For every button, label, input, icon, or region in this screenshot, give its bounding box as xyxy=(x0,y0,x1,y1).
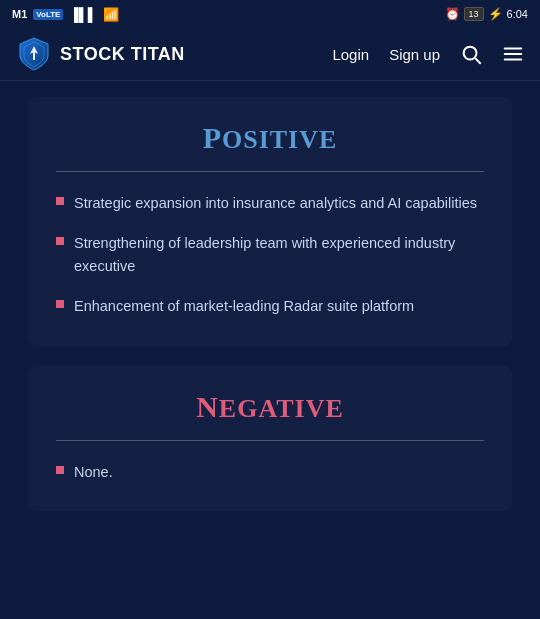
login-link[interactable]: Login xyxy=(332,46,369,63)
time-display: 6:04 xyxy=(507,8,528,20)
logo-text: STOCK TITAN xyxy=(60,44,185,65)
list-item: Strengthening of leadership team with ex… xyxy=(56,232,484,277)
bullet-text: Enhancement of market-leading Radar suit… xyxy=(74,295,414,317)
positive-title: POSITIVE xyxy=(56,121,484,155)
logo-container: STOCK TITAN xyxy=(16,36,320,72)
bullet-icon xyxy=(56,237,64,245)
bullet-icon xyxy=(56,466,64,474)
signal-icon: ▐▌▌ xyxy=(69,7,97,22)
positive-section: POSITIVE Strategic expansion into insura… xyxy=(28,97,512,346)
svg-line-3 xyxy=(475,58,480,63)
positive-cap-letter: P xyxy=(203,121,222,154)
battery-level: 13 xyxy=(464,7,484,21)
positive-divider xyxy=(56,171,484,172)
main-content: POSITIVE Strategic expansion into insura… xyxy=(0,81,540,511)
wifi-icon: 📶 xyxy=(103,7,119,22)
bullet-icon xyxy=(56,197,64,205)
positive-rest-title: OSITIVE xyxy=(222,125,337,154)
negative-divider xyxy=(56,440,484,441)
status-bar: M1 VoLTE ▐▌▌ 📶 ⏰ 13 ⚡ 6:04 xyxy=(0,0,540,28)
negative-section: NEGATIVE None. xyxy=(28,366,512,511)
bullet-text: None. xyxy=(74,461,113,483)
search-icon[interactable] xyxy=(460,43,482,65)
negative-rest-title: EGATIVE xyxy=(219,394,344,423)
bullet-icon xyxy=(56,300,64,308)
negative-cap-letter: N xyxy=(196,390,219,423)
list-item: Strategic expansion into insurance analy… xyxy=(56,192,484,214)
signup-link[interactable]: Sign up xyxy=(389,46,440,63)
carrier-text: M1 xyxy=(12,8,27,20)
alarm-icon: ⏰ xyxy=(445,7,460,21)
negative-bullet-list: None. xyxy=(56,461,484,483)
status-right: ⏰ 13 ⚡ 6:04 xyxy=(445,7,528,21)
logo-icon xyxy=(16,36,52,72)
charging-icon: ⚡ xyxy=(488,7,503,21)
volte-badge: VoLTE xyxy=(33,9,63,20)
bullet-text: Strategic expansion into insurance analy… xyxy=(74,192,477,214)
list-item: Enhancement of market-leading Radar suit… xyxy=(56,295,484,317)
nav-links: Login Sign up xyxy=(332,43,524,65)
header: STOCK TITAN Login Sign up xyxy=(0,28,540,81)
negative-title: NEGATIVE xyxy=(56,390,484,424)
status-left: M1 VoLTE ▐▌▌ 📶 xyxy=(12,7,119,22)
list-item: None. xyxy=(56,461,484,483)
bullet-text: Strengthening of leadership team with ex… xyxy=(74,232,484,277)
menu-icon[interactable] xyxy=(502,43,524,65)
positive-bullet-list: Strategic expansion into insurance analy… xyxy=(56,192,484,318)
